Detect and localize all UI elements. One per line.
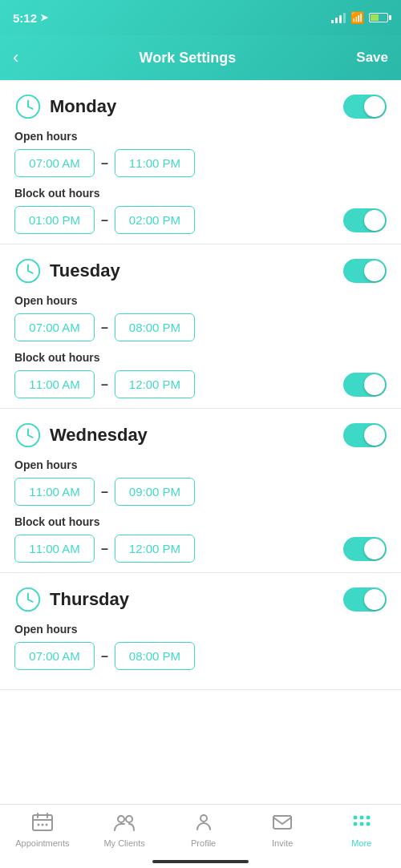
- svg-rect-22: [273, 816, 291, 829]
- page-title: Work Settings: [139, 50, 236, 67]
- thursday-open-end[interactable]: 08:00 PM: [115, 642, 195, 670]
- tuesday-label: Tuesday: [50, 260, 120, 281]
- thursday-section: Thursday Open hours 07:00 AM – 08:00 PM: [0, 573, 401, 690]
- clock-icon-thursday: [14, 586, 42, 613]
- svg-point-18: [45, 824, 47, 826]
- tuesday-open-start[interactable]: 07:00 AM: [14, 313, 95, 341]
- tuesday-open-hours: 07:00 AM – 08:00 PM: [14, 313, 387, 341]
- wednesday-toggle[interactable]: [343, 423, 387, 447]
- wednesday-block-hours: 11:00 AM – 12:00 PM: [14, 535, 387, 563]
- monday-label: Monday: [50, 96, 116, 117]
- svg-point-26: [353, 822, 357, 826]
- nav-item-profile[interactable]: Profile: [180, 813, 228, 848]
- svg-point-16: [37, 824, 39, 826]
- wednesday-open-label: Open hours: [14, 458, 387, 471]
- thursday-open-label: Open hours: [14, 623, 387, 636]
- svg-line-2: [28, 107, 33, 109]
- wednesday-dash2: –: [101, 542, 108, 556]
- monday-dash1: –: [101, 156, 108, 171]
- monday-block-start[interactable]: 01:00 PM: [14, 206, 95, 234]
- status-bar: 5:12 ➤ 📶: [0, 0, 401, 35]
- status-left: 5:12 ➤: [13, 11, 48, 25]
- tuesday-block-label: Block out hours: [14, 351, 387, 364]
- monday-block-hours: 01:00 PM – 02:00 PM: [14, 206, 387, 234]
- home-indicator: [152, 860, 249, 863]
- wednesday-block-toggle[interactable]: [343, 537, 387, 561]
- thursday-open-hours: 07:00 AM – 08:00 PM: [14, 642, 387, 670]
- monday-open-hours: 07:00 AM – 11:00 PM: [14, 149, 387, 177]
- appointments-label: Appointments: [15, 838, 69, 848]
- bottom-nav: Appointments My Clients Profile: [0, 804, 401, 868]
- monday-open-start[interactable]: 07:00 AM: [14, 149, 95, 177]
- nav-item-appointments[interactable]: Appointments: [15, 813, 69, 848]
- svg-point-28: [366, 822, 370, 826]
- svg-point-27: [359, 822, 363, 826]
- nav-item-invite[interactable]: Invite: [258, 813, 306, 848]
- tuesday-header-left: Tuesday: [14, 257, 120, 285]
- wednesday-block-end[interactable]: 12:00 PM: [115, 535, 195, 563]
- svg-line-11: [28, 600, 33, 602]
- tuesday-dash1: –: [101, 321, 108, 335]
- svg-point-21: [200, 815, 207, 822]
- wednesday-block-start[interactable]: 11:00 AM: [14, 535, 95, 563]
- svg-point-23: [353, 816, 357, 820]
- battery-icon: [369, 13, 388, 22]
- thursday-label: Thursday: [50, 589, 129, 610]
- my-clients-icon: [113, 813, 136, 835]
- monday-block-end[interactable]: 02:00 PM: [115, 206, 195, 234]
- clock-icon-wednesday: [14, 422, 42, 449]
- header: ‹ Work Settings Save: [0, 35, 401, 80]
- nav-item-more[interactable]: More: [338, 813, 386, 848]
- svg-point-24: [359, 816, 363, 820]
- tuesday-open-label: Open hours: [14, 294, 387, 307]
- tuesday-open-end[interactable]: 08:00 PM: [115, 313, 195, 341]
- invite-icon: [272, 813, 293, 835]
- location-icon: ➤: [40, 12, 48, 23]
- clock-icon-monday: [14, 93, 42, 120]
- more-label: More: [351, 838, 371, 848]
- wednesday-open-end[interactable]: 09:00 PM: [115, 478, 195, 506]
- time-display: 5:12: [13, 11, 37, 25]
- tuesday-dash2: –: [101, 377, 108, 392]
- status-right: 📶: [331, 11, 388, 24]
- svg-point-20: [126, 816, 132, 822]
- thursday-header-left: Thursday: [14, 586, 129, 613]
- wifi-icon: 📶: [350, 11, 364, 24]
- svg-point-19: [118, 816, 124, 822]
- clock-icon-tuesday: [14, 257, 42, 285]
- profile-label: Profile: [191, 838, 216, 848]
- svg-rect-12: [33, 815, 52, 830]
- wednesday-open-start[interactable]: 11:00 AM: [14, 478, 95, 506]
- monday-block-toggle[interactable]: [343, 208, 387, 232]
- invite-label: Invite: [272, 838, 293, 848]
- wednesday-label: Wednesday: [50, 425, 148, 446]
- tuesday-block-end[interactable]: 12:00 PM: [115, 370, 195, 398]
- profile-icon: [194, 813, 213, 835]
- thursday-open-start[interactable]: 07:00 AM: [14, 642, 95, 670]
- content-scroll: Monday Open hours 07:00 AM – 11:00 PM Bl…: [0, 80, 401, 804]
- thursday-dash1: –: [101, 649, 108, 664]
- svg-line-5: [28, 271, 33, 273]
- wednesday-dash1: –: [101, 485, 108, 499]
- wednesday-section: Wednesday Open hours 11:00 AM – 09:00 PM…: [0, 409, 401, 573]
- back-button[interactable]: ‹: [13, 47, 18, 68]
- svg-point-25: [366, 816, 370, 820]
- tuesday-block-toggle[interactable]: [343, 373, 387, 397]
- nav-item-my-clients[interactable]: My Clients: [100, 813, 148, 848]
- svg-point-17: [41, 824, 43, 826]
- save-button[interactable]: Save: [356, 50, 388, 66]
- svg-line-8: [28, 435, 33, 438]
- my-clients-label: My Clients: [103, 838, 144, 848]
- tuesday-block-hours: 11:00 AM – 12:00 PM: [14, 370, 387, 398]
- wednesday-header-left: Wednesday: [14, 422, 148, 449]
- monday-toggle[interactable]: [343, 95, 387, 119]
- tuesday-toggle[interactable]: [343, 259, 387, 283]
- monday-open-end[interactable]: 11:00 PM: [115, 149, 195, 177]
- more-icon: [351, 813, 372, 835]
- thursday-toggle[interactable]: [343, 587, 387, 612]
- monday-open-label: Open hours: [14, 130, 387, 143]
- tuesday-block-start[interactable]: 11:00 AM: [14, 370, 95, 398]
- monday-block-label: Block out hours: [14, 187, 387, 200]
- monday-section: Monday Open hours 07:00 AM – 11:00 PM Bl…: [0, 80, 401, 244]
- wednesday-open-hours: 11:00 AM – 09:00 PM: [14, 478, 387, 506]
